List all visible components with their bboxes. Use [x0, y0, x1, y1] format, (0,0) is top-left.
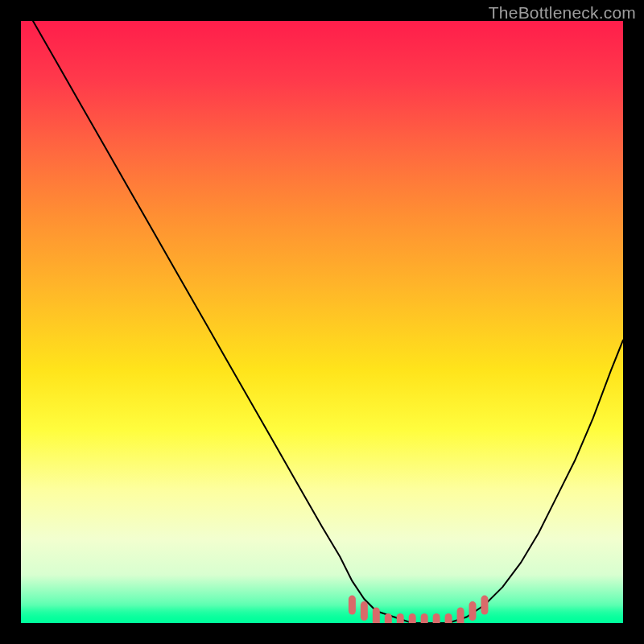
chart-svg	[21, 21, 623, 623]
chart-stage: TheBottleneck.com	[0, 0, 644, 644]
marker-dot	[445, 613, 452, 623]
bottleneck-curve	[33, 21, 623, 623]
zero-range-markers	[349, 596, 489, 623]
watermark-text: TheBottleneck.com	[489, 3, 636, 23]
marker-dot	[409, 613, 416, 623]
marker-dot	[397, 613, 404, 623]
plot-area	[21, 21, 623, 623]
marker-dot	[481, 596, 488, 615]
marker-dot	[349, 596, 356, 615]
marker-dot	[421, 613, 428, 623]
marker-dot	[361, 601, 368, 621]
marker-dot	[385, 613, 392, 623]
marker-dot	[433, 613, 440, 623]
marker-dot	[373, 608, 380, 623]
marker-dot	[457, 608, 464, 623]
marker-dot	[469, 601, 477, 621]
